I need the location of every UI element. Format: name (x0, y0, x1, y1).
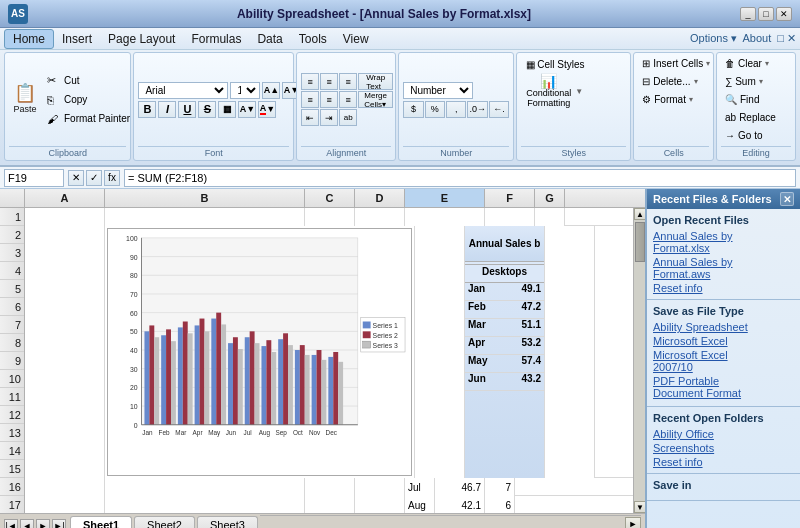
menu-formulas[interactable]: Formulas (183, 30, 249, 48)
cell-b9[interactable] (105, 478, 305, 496)
col-header-e[interactable]: E (405, 189, 485, 207)
row-num-4[interactable]: 4 (0, 262, 24, 280)
cell-e10[interactable]: Aug (405, 496, 435, 513)
row-num-9[interactable]: 9 (0, 352, 24, 370)
maximize-button[interactable]: □ (758, 7, 774, 21)
underline-button[interactable]: U (178, 101, 196, 118)
align-right-button[interactable]: ≡ (339, 91, 357, 108)
cell-e9[interactable]: Jul (405, 478, 435, 496)
scroll-up-button[interactable]: ▲ (634, 208, 645, 220)
menu-page-layout[interactable]: Page Layout (100, 30, 183, 48)
row-num-13[interactable]: 13 (0, 424, 24, 442)
format-painter-button[interactable]: 🖌Format Painter (43, 110, 134, 127)
tab-last-button[interactable]: ►| (52, 519, 66, 528)
cell-d9[interactable] (355, 478, 405, 496)
row-num-12[interactable]: 12 (0, 406, 24, 424)
cell-a1[interactable] (25, 208, 105, 226)
chart-area[interactable]: 0 10 20 30 40 50 60 70 80 90 100 (105, 226, 415, 478)
row-num-14[interactable]: 14 (0, 442, 24, 460)
sheet-tab-sheet1[interactable]: Sheet1 (70, 516, 132, 528)
cell-reference-input[interactable] (4, 169, 64, 187)
merge-cells-button[interactable]: MergeCells▾ (358, 91, 393, 108)
indent-increase-button[interactable]: ⇥ (320, 109, 338, 126)
thousands-button[interactable]: , (446, 101, 466, 118)
align-top-right-button[interactable]: ≡ (339, 73, 357, 90)
strikethrough-button[interactable]: S (198, 101, 216, 118)
scroll-thumb[interactable] (635, 222, 645, 262)
goto-button[interactable]: → Go to (721, 127, 766, 144)
save-ability-link[interactable]: Ability Spreadsheet (653, 321, 794, 333)
align-top-left-button[interactable]: ≡ (301, 73, 319, 90)
row-num-8[interactable]: 8 (0, 334, 24, 352)
align-left-button[interactable]: ≡ (301, 91, 319, 108)
replace-button[interactable]: ab Replace (721, 109, 780, 126)
borders-button[interactable]: ▦ (218, 101, 236, 118)
col-header-a[interactable]: A (25, 189, 105, 207)
right-panel-close-button[interactable]: ✕ (780, 192, 794, 206)
cell-b10[interactable] (105, 496, 305, 513)
paste-button[interactable]: 📋 Paste (9, 74, 41, 126)
font-size-select[interactable]: 10 (230, 82, 260, 99)
row-num-3[interactable]: 3 (0, 244, 24, 262)
menu-insert[interactable]: Insert (54, 30, 100, 48)
bold-button[interactable]: B (138, 101, 156, 118)
cell-c1[interactable] (305, 208, 355, 226)
row-num-11[interactable]: 11 (0, 388, 24, 406)
cell-d10[interactable] (355, 496, 405, 513)
find-button[interactable]: 🔍 Find (721, 91, 763, 108)
fill-color-button[interactable]: A▼ (238, 101, 256, 118)
row-num-7[interactable]: 7 (0, 316, 24, 334)
sum-button[interactable]: ∑ Sum ▾ (721, 73, 767, 90)
col-header-c[interactable]: C (305, 189, 355, 207)
formula-input[interactable] (124, 169, 796, 187)
row-num-5[interactable]: 5 (0, 280, 24, 298)
col-header-b[interactable]: B (105, 189, 305, 207)
cell-styles-button[interactable]: ▦ Cell Styles (521, 55, 589, 73)
number-format-select[interactable]: Number (403, 82, 473, 99)
row-num-6[interactable]: 6 (0, 298, 24, 316)
close-button[interactable]: ✕ (776, 7, 792, 21)
copy-button[interactable]: ⎘Copy (43, 91, 134, 108)
cell-g10[interactable]: 6 (485, 496, 515, 513)
increase-font-button[interactable]: A▲ (262, 82, 280, 99)
sheet-tab-sheet3[interactable]: Sheet3 (197, 516, 258, 528)
cell-d1[interactable] (355, 208, 405, 226)
recent-file-link-2[interactable]: Annual Sales byFormat.aws (653, 256, 794, 280)
format-cells-button[interactable]: ⚙ Format ▾ (638, 91, 697, 108)
row-num-16[interactable]: 16 (0, 478, 24, 496)
cell-f1[interactable] (485, 208, 535, 226)
decrease-decimal-button[interactable]: ←. (489, 101, 509, 118)
sheet-tab-sheet2[interactable]: Sheet2 (134, 516, 195, 528)
minimize-button[interactable]: _ (740, 7, 756, 21)
cell-c9[interactable] (305, 478, 355, 496)
scroll-down-button[interactable]: ▼ (634, 501, 645, 513)
menu-data[interactable]: Data (249, 30, 290, 48)
cell-e1[interactable] (405, 208, 485, 226)
menu-view[interactable]: View (335, 30, 377, 48)
conditional-formatting-button[interactable]: 📊 ConditionalFormatting ▼ (521, 75, 588, 107)
cell-c10[interactable] (305, 496, 355, 513)
row-num-15[interactable]: 15 (0, 460, 24, 478)
cell-a2[interactable] (25, 226, 105, 478)
row-num-10[interactable]: 10 (0, 370, 24, 388)
col-header-g[interactable]: G (535, 189, 565, 207)
tab-prev-button[interactable]: ◄ (20, 519, 34, 528)
insert-function-button[interactable]: fx (104, 170, 120, 186)
cancel-formula-button[interactable]: ✕ (68, 170, 84, 186)
cell-f10[interactable]: 42.1 (435, 496, 485, 513)
scroll-track[interactable] (634, 220, 645, 501)
folder-ability-link[interactable]: Ability Office (653, 428, 794, 440)
cell-d2[interactable] (415, 226, 465, 478)
cell-b1[interactable] (105, 208, 305, 226)
scroll-right-button[interactable]: ► (625, 517, 641, 529)
save-excel-link[interactable]: Microsoft Excel (653, 335, 794, 347)
recent-file-link-1[interactable]: Annual Sales byFormat.xlsx (653, 230, 794, 254)
folder-screenshots-link[interactable]: Screenshots (653, 442, 794, 454)
menu-right[interactable]: Options ▾ About □ ✕ (690, 32, 796, 45)
cell-g9[interactable]: 7 (485, 478, 515, 496)
orientation-button[interactable]: ab (339, 109, 357, 126)
menu-home[interactable]: Home (4, 29, 54, 49)
save-pdf-link[interactable]: PDF PortableDocument Format (653, 375, 794, 399)
currency-button[interactable]: $ (403, 101, 423, 118)
save-excel-2007-link[interactable]: Microsoft Excel2007/10 (653, 349, 794, 373)
